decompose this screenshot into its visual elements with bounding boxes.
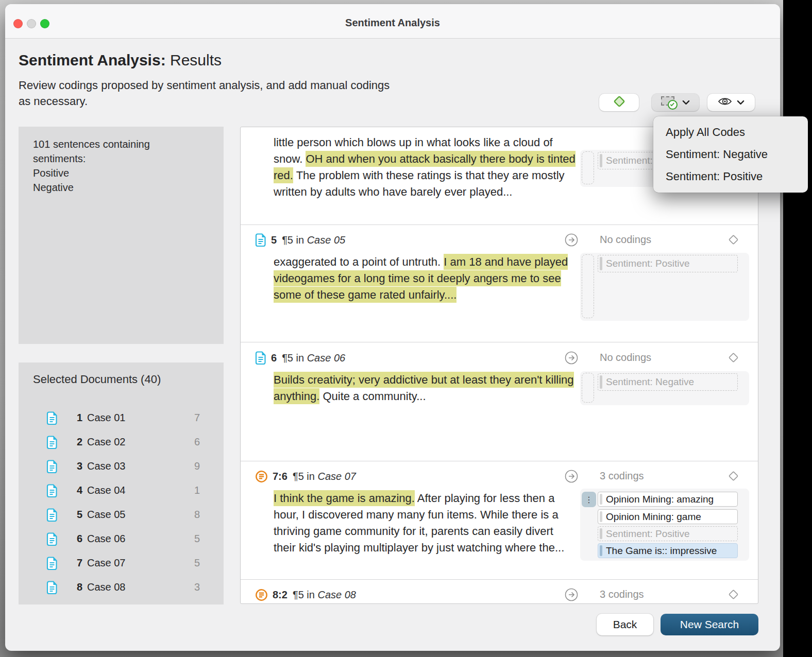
document-row[interactable]: 4Case 041 [19,478,224,503]
document-icon [255,233,266,247]
document-row[interactable]: 2Case 026 [19,430,224,454]
new-search-button[interactable]: New Search [661,614,758,635]
apply-codes-dropdown-menu: Apply All CodesSentiment: NegativeSentim… [653,116,808,193]
autocode-diamond-icon[interactable] [727,588,740,601]
document-row[interactable]: 7Case 075 [19,551,224,575]
autocode-diamond-icon[interactable] [727,233,740,246]
codings-area: ⋮Opinion Mining: amazingOpinion Mining: … [580,489,749,561]
search-summary-text: 101 sentences containing sentiments: Pos… [33,137,203,195]
coding-box[interactable]: Opinion Mining: game [598,509,738,524]
view-options-button[interactable] [707,94,755,111]
document-row[interactable]: 1Case 017 [19,406,224,430]
document-name: Case 01 [87,412,126,424]
document-name: Case 02 [87,436,126,448]
document-sentence-count: 7 [194,412,200,424]
coding-box[interactable]: Sentiment: Positive [598,526,738,541]
page-subtitle: Review codings proposed by sentiment ana… [19,77,390,109]
segment-header: 6¶5 in Case 06 [255,350,345,366]
apply-codes-button[interactable] [652,94,699,111]
document-sentence-count: 3 [194,581,200,593]
back-button[interactable]: Back [597,614,653,635]
document-row[interactable]: 8Case 083 [19,575,224,599]
apply-code-strip[interactable] [582,151,594,184]
menu-item-apply-all-codes[interactable]: Apply All Codes [653,121,808,143]
segment-id: 5 [271,234,277,246]
eye-icon [718,96,732,109]
document-number: 6 [75,533,82,545]
selected-documents-title: Selected Documents (40) [33,373,161,386]
autocode-button[interactable] [599,94,639,111]
document-name: Case 05 [87,509,126,521]
document-sentence-count: 5 [194,557,200,569]
segment-text: exaggerated to a point of untruth. I am … [274,254,577,303]
minimize-window-button[interactable] [27,19,36,28]
zoom-window-button[interactable] [40,19,49,28]
coded-memo-icon [255,589,268,601]
document-number: 1 [75,412,82,424]
segment-location: ¶5 in Case 08 [293,589,356,601]
document-icon [46,460,58,473]
document-name: Case 03 [87,460,126,472]
close-window-button[interactable] [13,19,23,28]
menu-item-sentiment-positive[interactable]: Sentiment: Positive [653,165,808,187]
coded-segment-check-icon [661,96,678,110]
document-sentence-count: 8 [194,509,200,521]
codings-count-label: No codings [600,234,651,246]
autocode-diamond-icon[interactable] [727,351,740,364]
document-number: 8 [75,581,82,593]
code-color-bar [600,528,602,539]
goto-source-icon[interactable] [565,351,578,365]
results-list[interactable]: little person which blows up in what loo… [240,127,758,604]
document-sentence-count: 5 [194,533,200,545]
document-icon [46,436,58,449]
code-color-bar [600,545,602,556]
coding-box[interactable]: The Game is:: impressive [598,543,738,558]
suggested-code-box[interactable]: Sentiment: Positive [598,255,738,272]
document-row[interactable]: 3Case 039 [19,454,224,478]
autocode-diamond-icon[interactable] [727,470,740,482]
segment-id: 7:6 [273,471,287,482]
chevron-down-icon [737,98,745,107]
goto-source-icon[interactable] [565,470,578,483]
segment-id: 6 [271,352,277,364]
segment-text: I think the game is amazing. After playi… [274,490,577,556]
apply-code-strip[interactable] [582,254,594,318]
suggested-code-box[interactable]: Sentiment: Negative [598,373,738,391]
document-row[interactable]: 5Case 058 [19,503,224,527]
document-number: 5 [75,509,82,521]
title-bar: Sentiment Analysis [5,4,780,39]
document-name: Case 06 [87,533,126,545]
result-segment: 5¶5 in Case 05No codingsexaggerated to a… [241,224,758,342]
segment-location: ¶5 in Case 07 [293,471,356,482]
segment-location: ¶5 in Case 05 [282,234,345,246]
goto-source-icon[interactable] [565,233,578,247]
document-number: 4 [75,485,82,496]
selected-documents-panel: Selected Documents (40) 1Case 0172Case 0… [19,362,224,604]
document-icon [46,411,58,425]
codings-count-label: 3 codings [600,470,644,482]
document-name: Case 04 [87,485,126,496]
codings-more-button[interactable]: ⋮ [582,492,596,507]
result-segment: 8:2¶5 in Case 083 codings [241,579,758,604]
window-title: Sentiment Analysis [345,17,440,29]
document-row[interactable]: 6Case 065 [19,527,224,551]
codings-count-label: No codings [600,352,651,364]
segment-text: little person which blows up in what loo… [274,134,577,200]
codings-area: Sentiment: Negative [580,371,749,405]
result-segment: 6¶5 in Case 06No codingsBuilds creativit… [241,342,758,461]
code-color-bar [600,511,602,522]
document-number: 2 [75,436,82,448]
code-color-bar [600,154,602,167]
document-name: Case 08 [87,581,126,593]
code-color-bar [600,494,602,505]
document-sentence-count: 9 [194,460,200,472]
menu-item-sentiment-negative[interactable]: Sentiment: Negative [653,143,808,165]
apply-code-strip[interactable] [582,373,594,403]
goto-source-icon[interactable] [565,588,578,601]
segment-header: 5¶5 in Case 05 [255,232,345,248]
document-icon [46,557,58,570]
search-summary-panel: 101 sentences containing sentiments: Pos… [19,127,224,344]
document-name: Case 07 [87,557,126,569]
document-icon [46,581,58,594]
coding-box[interactable]: Opinion Mining: amazing [598,492,738,507]
